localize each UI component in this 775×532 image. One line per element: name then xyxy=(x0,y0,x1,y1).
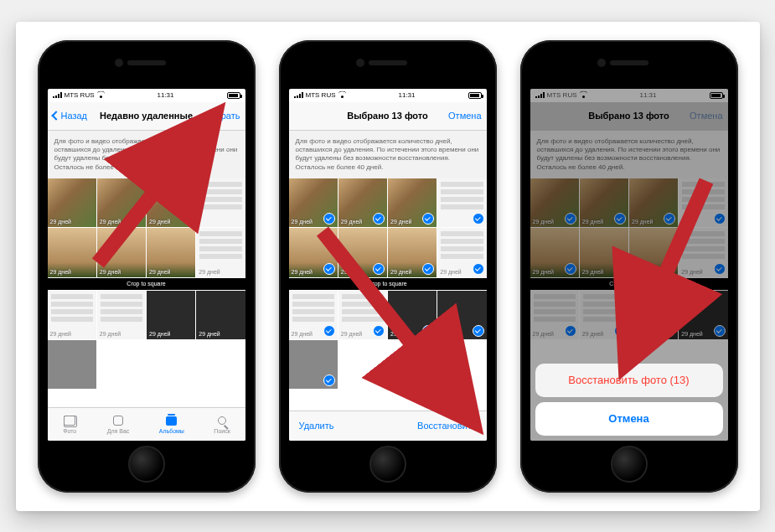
home-button[interactable] xyxy=(369,446,406,483)
nav-bar: Выбрано 13 фото Отмена xyxy=(289,102,487,131)
photo-thumb[interactable] xyxy=(437,178,486,227)
tab-albums[interactable]: Альбомы xyxy=(159,414,184,434)
signal-icon xyxy=(294,92,303,98)
photo-thumb[interactable]: 29 дней xyxy=(338,178,387,227)
nav-bar: Назад Недавно удаленные Выбрать xyxy=(48,102,245,131)
status-bar: MTS RUS 11:31 xyxy=(289,89,487,102)
check-icon xyxy=(373,213,385,225)
check-icon xyxy=(373,325,385,337)
battery-icon xyxy=(468,92,482,99)
tab-search[interactable]: Поиск xyxy=(214,414,230,434)
check-icon xyxy=(473,213,484,225)
description-text: Для фото и видео отображается количество… xyxy=(48,131,245,179)
photos-icon xyxy=(62,414,77,427)
status-bar: MTS RUS 11:31 xyxy=(48,89,245,102)
photo-thumb[interactable]: 29 дней xyxy=(147,228,195,276)
photo-thumb[interactable]: 29 дней xyxy=(437,228,486,276)
check-icon xyxy=(473,325,484,337)
check-icon xyxy=(323,263,335,275)
tutorial-frame: MTS RUS 11:31 Назад Недавно удаленные Вы… xyxy=(16,22,760,511)
check-icon xyxy=(323,374,335,386)
check-icon xyxy=(473,263,484,275)
photo-thumb[interactable]: 29 дней xyxy=(147,291,195,339)
clock: 11:31 xyxy=(157,91,173,99)
delete-button[interactable]: Удалить xyxy=(299,421,334,431)
check-icon xyxy=(422,325,434,337)
photo-thumb[interactable]: 29 дней xyxy=(289,178,338,227)
crop-caption: Crop to square xyxy=(48,278,245,290)
back-button[interactable]: Назад xyxy=(53,111,95,121)
wifi-icon xyxy=(338,92,346,98)
check-icon xyxy=(373,263,385,275)
wifi-icon xyxy=(97,92,105,98)
photo-thumb[interactable]: 29 дней xyxy=(289,228,338,276)
photo-thumb[interactable]: 29 дней xyxy=(97,178,146,227)
photo-thumb[interactable] xyxy=(48,340,96,389)
action-sheet: Восстановить фото (13) Отмена xyxy=(535,364,723,436)
page-title: Недавно удаленные xyxy=(95,111,199,121)
phone-mockup-3: MTS RUS 11:31 Выбрано 13 фото Отмена Для… xyxy=(520,40,738,493)
photo-grid: 29 дней 29 дней 29 дней 29 дней 29 дней … xyxy=(289,178,487,389)
back-label: Назад xyxy=(61,111,88,121)
screen-1: MTS RUS 11:31 Назад Недавно удаленные Вы… xyxy=(48,89,245,441)
search-icon xyxy=(214,414,230,427)
photo-thumb[interactable]: 29 дней xyxy=(388,228,437,276)
crop-caption: Crop to square xyxy=(289,278,487,290)
albums-icon xyxy=(164,414,179,427)
earpiece xyxy=(369,60,407,65)
check-icon xyxy=(422,263,434,275)
photo-thumb[interactable]: 29 дней xyxy=(48,178,96,227)
photo-thumb[interactable]: 29 дней xyxy=(147,178,195,227)
photo-thumb[interactable]: 29 дней xyxy=(437,291,486,339)
photo-thumb[interactable] xyxy=(289,340,338,389)
screen-3: MTS RUS 11:31 Выбрано 13 фото Отмена Для… xyxy=(530,89,728,441)
select-button[interactable]: Выбрать xyxy=(199,111,240,121)
tab-photos[interactable]: Фото xyxy=(62,414,77,434)
battery-icon xyxy=(227,92,240,99)
screen-2: MTS RUS 11:31 Выбрано 13 фото Отмена Для… xyxy=(289,89,487,441)
tab-bar: Фото Для Вас Альбомы Поиск xyxy=(48,407,245,441)
cancel-button[interactable]: Отмена xyxy=(440,111,482,121)
photo-thumb[interactable]: 29 дней xyxy=(289,291,338,339)
carrier-label: MTS RUS xyxy=(65,91,95,99)
signal-icon xyxy=(53,92,62,98)
check-icon xyxy=(422,213,434,225)
page-title: Выбрано 13 фото xyxy=(336,111,440,121)
carrier-label: MTS RUS xyxy=(306,91,336,99)
photo-thumb[interactable]: 29 дней xyxy=(388,291,437,339)
photo-thumb[interactable]: 29 дней xyxy=(388,178,437,227)
photo-thumb[interactable]: 29 дней xyxy=(97,228,146,276)
photo-thumb[interactable]: 29 дней xyxy=(48,228,96,276)
action-sheet-cancel-button[interactable]: Отмена xyxy=(535,402,723,436)
photo-thumb[interactable]: 29 дней xyxy=(48,291,96,339)
photo-thumb[interactable]: 29 дней xyxy=(338,291,387,339)
photo-thumb[interactable]: 29 дней xyxy=(196,228,245,276)
home-button[interactable] xyxy=(611,446,648,483)
earpiece xyxy=(127,60,166,65)
chevron-left-icon xyxy=(51,111,60,120)
photo-thumb[interactable]: 29 дней xyxy=(97,291,146,339)
earpiece xyxy=(610,60,648,65)
photo-thumb[interactable] xyxy=(196,178,245,227)
front-camera xyxy=(356,59,364,67)
photo-thumb[interactable]: 29 дней xyxy=(338,228,387,276)
action-sheet-group: Восстановить фото (13) xyxy=(535,364,723,397)
phone-mockup-2: MTS RUS 11:31 Выбрано 13 фото Отмена Для… xyxy=(279,40,497,493)
foryou-icon xyxy=(111,414,126,427)
front-camera xyxy=(115,59,123,67)
description-text: Для фото и видео отображается количество… xyxy=(289,131,487,179)
front-camera xyxy=(597,59,606,67)
bottom-toolbar: Удалить Восстановить xyxy=(289,411,487,441)
restore-button[interactable]: Восстановить xyxy=(417,421,476,431)
phone-mockup-1: MTS RUS 11:31 Назад Недавно удаленные Вы… xyxy=(38,40,256,493)
clock: 11:31 xyxy=(398,91,415,99)
home-button[interactable] xyxy=(128,446,165,483)
check-icon xyxy=(323,213,335,225)
tab-foryou[interactable]: Для Вас xyxy=(107,414,130,434)
restore-photos-button[interactable]: Восстановить фото (13) xyxy=(535,364,723,397)
photo-thumb[interactable]: 29 дней xyxy=(196,291,245,339)
photo-grid: 29 дней 29 дней 29 дней 29 дней 29 дней … xyxy=(48,178,245,389)
check-icon xyxy=(323,325,335,337)
